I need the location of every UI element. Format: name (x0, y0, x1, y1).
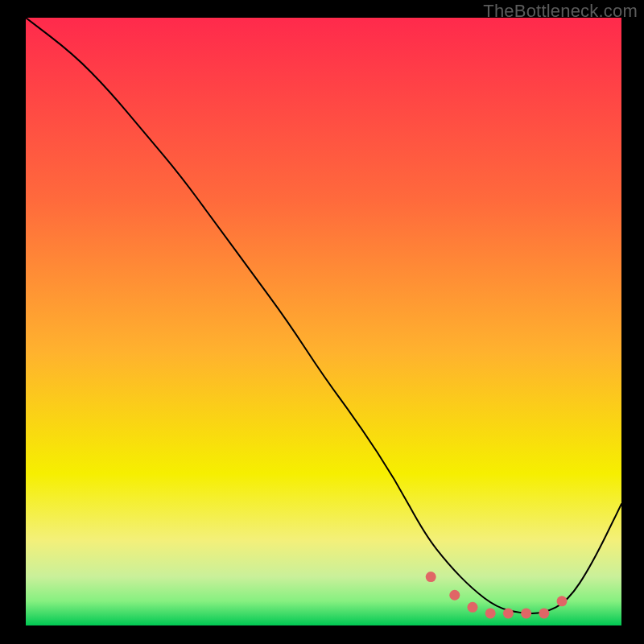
highlight-dot (539, 608, 549, 618)
watermark-text: TheBottleneck.com (483, 1, 638, 22)
highlight-dot (449, 590, 460, 601)
chart-frame: TheBottleneck.com (0, 0, 644, 644)
gradient-background (26, 18, 621, 625)
chart-svg (26, 18, 621, 625)
highlight-dot (468, 602, 478, 613)
highlight-dot (485, 608, 496, 618)
plot-area (26, 18, 621, 625)
highlight-dot (557, 596, 568, 606)
highlight-dot (426, 572, 436, 582)
highlight-dot (503, 608, 514, 618)
highlight-dot (521, 608, 531, 618)
